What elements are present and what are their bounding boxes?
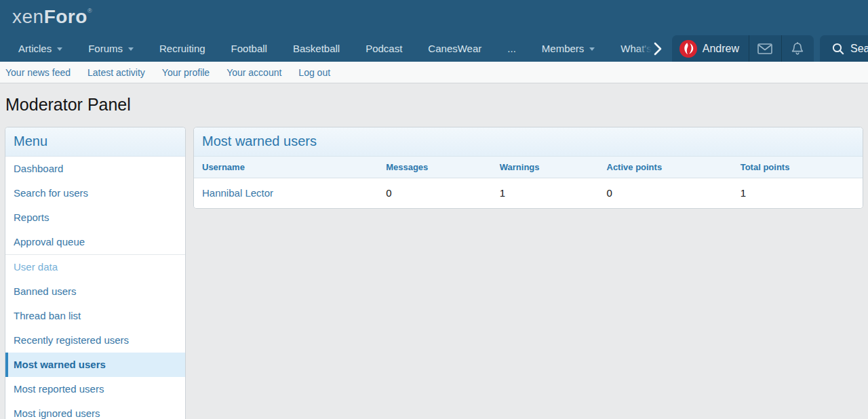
- subnav-your-news-feed[interactable]: Your news feed: [5, 67, 71, 78]
- nav-item-football[interactable]: Football: [218, 35, 280, 62]
- primary-nav-items: Articles Forums Recruiting Football Bask…: [0, 35, 652, 62]
- sidebar-item-thread-ban-list[interactable]: Thread ban list: [5, 304, 185, 328]
- nav-item-label: ...: [507, 43, 516, 54]
- table-header-row: Username Messages Warnings Active points…: [194, 157, 863, 178]
- registered-trademark: ®: [87, 7, 92, 14]
- nav-item-caneswear[interactable]: CanesWear: [415, 35, 494, 62]
- bell-icon: [791, 42, 804, 56]
- sidebar-item-approval-queue[interactable]: Approval queue: [5, 230, 185, 254]
- column-header-total-points[interactable]: Total points: [732, 157, 863, 178]
- primary-nav: Articles Forums Recruiting Football Bask…: [0, 35, 868, 62]
- most-warned-users-table: Username Messages Warnings Active points…: [194, 157, 863, 208]
- nav-item-label: Forums: [88, 43, 123, 54]
- page-title: Moderator Panel: [5, 95, 863, 115]
- warnings-value: 1: [492, 178, 599, 209]
- site-logo[interactable]: xenForo®: [12, 6, 92, 28]
- nav-item-forums[interactable]: Forums: [75, 35, 146, 62]
- nav-item-members[interactable]: Members: [529, 35, 608, 62]
- menu-items: Dashboard Search for users Reports Appro…: [5, 157, 185, 419]
- mail-icon: [757, 43, 772, 54]
- column-header-messages[interactable]: Messages: [378, 157, 492, 178]
- nav-item-label: Podcast: [366, 43, 402, 54]
- column-header-active-points[interactable]: Active points: [599, 157, 732, 178]
- user-account-tab: Andrew: [672, 35, 814, 62]
- alerts-bell-button[interactable]: [782, 35, 814, 62]
- sidebar-item-reports[interactable]: Reports: [5, 205, 185, 230]
- column-header-username[interactable]: Username: [194, 157, 378, 178]
- sidebar-item-banned-users[interactable]: Banned users: [5, 279, 185, 304]
- sidebar-section-user-data: User data: [5, 254, 185, 279]
- menu-panel-title: Menu: [5, 127, 185, 157]
- chevron-down-icon: [128, 47, 134, 51]
- sidebar-item-most-ignored-users[interactable]: Most ignored users: [5, 401, 185, 419]
- messages-value: 0: [378, 178, 492, 209]
- nav-item-podcast[interactable]: Podcast: [353, 35, 415, 62]
- nav-item-label: CanesWear: [428, 43, 481, 54]
- column-header-warnings[interactable]: Warnings: [492, 157, 599, 178]
- nav-scroll-chevron-right-icon[interactable]: [653, 41, 663, 56]
- nav-item-label: Recruiting: [159, 43, 205, 54]
- content-layout: Menu Dashboard Search for users Reports …: [0, 127, 868, 419]
- nav-item-label: Members: [542, 43, 585, 54]
- nav-item-articles[interactable]: Articles: [5, 35, 75, 62]
- search-button[interactable]: Search: [820, 35, 868, 62]
- user-menu-button[interactable]: Andrew: [672, 35, 749, 62]
- nav-right-cluster: Andrew Search: [652, 35, 868, 62]
- sidebar-item-search-for-users[interactable]: Search for users: [5, 181, 185, 205]
- search-label: Search: [850, 43, 868, 55]
- chevron-down-icon: [57, 47, 62, 51]
- search-icon: [832, 43, 844, 55]
- user-subnav: Your news feed Latest activity Your prof…: [0, 62, 868, 83]
- moderator-menu-panel: Menu Dashboard Search for users Reports …: [5, 127, 186, 419]
- subnav-your-account[interactable]: Your account: [226, 67, 281, 78]
- nav-fade-overlay: [637, 35, 652, 62]
- sidebar-item-recently-registered-users[interactable]: Recently registered users: [5, 328, 185, 353]
- subnav-your-profile[interactable]: Your profile: [162, 67, 210, 78]
- nav-item-label: Articles: [18, 43, 52, 54]
- user-name-label: Andrew: [703, 43, 739, 55]
- username-link[interactable]: Hannibal Lector: [194, 178, 378, 209]
- logo-text-light: xen: [12, 6, 44, 27]
- nav-item-label: Football: [231, 43, 267, 54]
- site-header: xenForo® Articles Forums Recruiting Foot…: [0, 0, 868, 62]
- user-avatar: [679, 40, 697, 58]
- main-panel-title: Most warned users: [194, 127, 863, 157]
- chevron-down-icon: [589, 47, 595, 51]
- logo-text-bold: Foro: [44, 6, 87, 27]
- nav-item-label: Basketball: [293, 43, 340, 54]
- active-points-value: 0: [599, 178, 732, 209]
- subnav-latest-activity[interactable]: Latest activity: [87, 67, 145, 78]
- table-row: Hannibal Lector 0 1 0 1: [194, 178, 863, 209]
- inbox-mail-button[interactable]: [749, 35, 781, 62]
- nav-item-recruiting[interactable]: Recruiting: [146, 35, 218, 62]
- sidebar-item-dashboard[interactable]: Dashboard: [5, 157, 185, 181]
- sidebar-item-most-reported-users[interactable]: Most reported users: [5, 377, 185, 401]
- nav-item-more[interactable]: ...: [494, 35, 529, 62]
- most-warned-users-panel: Most warned users Username Messages Warn…: [193, 127, 863, 209]
- nav-item-whats-new[interactable]: What's: [608, 35, 651, 62]
- subnav-log-out[interactable]: Log out: [298, 67, 330, 78]
- nav-item-basketball[interactable]: Basketball: [280, 35, 353, 62]
- sidebar-item-most-warned-users[interactable]: Most warned users: [5, 353, 185, 377]
- total-points-value: 1: [732, 178, 863, 209]
